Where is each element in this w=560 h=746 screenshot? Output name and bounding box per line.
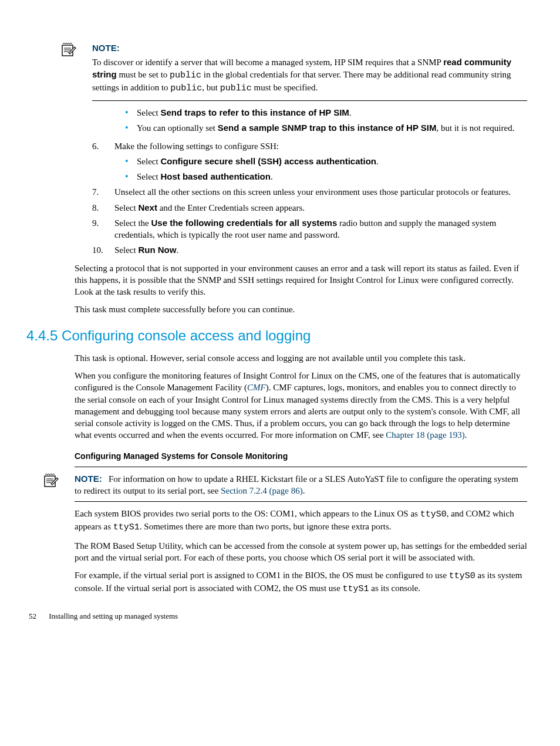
step-item: 10. Select Run Now. (75, 244, 527, 256)
list-item: Select Host based authentication. (114, 171, 527, 183)
code-text: ttyS1 (343, 584, 369, 594)
code-text: public (170, 70, 201, 80)
link-text[interactable]: CMF (247, 383, 266, 392)
step-item: 8. Select Next and the Enter Credentials… (75, 202, 527, 214)
list-item: You can optionally set Send a sample SNM… (114, 122, 527, 134)
bold-text: Use the following credentials for all sy… (151, 218, 337, 228)
note-body: To discover or identify a server that wi… (92, 56, 527, 94)
text: You can optionally set (137, 123, 218, 133)
chapter-name: Installing and setting up managed system… (49, 611, 178, 622)
code-text: ttyS0 (449, 571, 475, 581)
text: must be specified. (252, 83, 318, 92)
text: , but it is not required. (437, 123, 515, 133)
text: . (271, 172, 273, 181)
bold-text: Next (138, 202, 157, 212)
text: and the Enter Credentials screen appears… (157, 203, 305, 212)
bullet-list: Select Send traps to refer to this insta… (114, 107, 527, 134)
step-number: 9. (92, 217, 99, 229)
text: . (349, 108, 352, 117)
bold-text: Host based authentication (160, 171, 271, 181)
list-item: Select Send traps to refer to this insta… (114, 107, 527, 119)
divider (75, 467, 527, 467)
text: Each system BIOS provides two serial por… (75, 509, 420, 518)
body-paragraph: For example, if the virtual serial port … (75, 569, 527, 596)
code-text: public (170, 83, 202, 93)
body-paragraph: This task must complete successfully bef… (75, 303, 527, 315)
note-box: NOTE: To discover or identify a server t… (92, 42, 527, 94)
step-item: 7. Unselect all the other sections on th… (75, 186, 527, 198)
page-number: 52 (29, 611, 36, 622)
body-paragraph: The ROM Based Setup Utility, which can b… (75, 540, 527, 564)
step-number: 8. (92, 202, 99, 214)
bold-text: Run Now (138, 245, 176, 255)
note-icon (60, 42, 77, 60)
text: Select (114, 245, 138, 255)
text: must be set to (117, 70, 170, 79)
body-paragraph: When you configure the monitoring featur… (75, 370, 527, 441)
bullet-list: Select Configure secure shell (SSH) acce… (114, 156, 527, 183)
step-list: 6. Make the following settings to config… (75, 140, 527, 256)
bold-text: Send a sample SNMP trap to this instance… (218, 123, 437, 133)
note-label: NOTE: (75, 474, 102, 484)
code-text: public (220, 83, 252, 93)
body-paragraph: Selecting a protocol that is not support… (75, 262, 527, 298)
text: Select (137, 108, 160, 117)
body-paragraph: This task is optional. However, serial c… (75, 352, 527, 364)
link-text[interactable]: Chapter 18 (page 193) (386, 430, 465, 440)
code-text: ttyS1 (113, 522, 140, 532)
step-text: Unselect all the other sections on this … (114, 187, 511, 197)
section-heading: 4.4.5 Configuring console access and log… (26, 326, 527, 345)
text: To discover or identify a server that wi… (92, 58, 443, 67)
step-item: 6. Make the following settings to config… (75, 140, 527, 183)
note-icon (43, 473, 59, 491)
sub-heading: Configuring Managed Systems for Console … (75, 451, 527, 462)
text: . (176, 245, 178, 255)
step-number: 7. (92, 186, 99, 198)
step-number: 10. (92, 244, 103, 256)
bold-text: Send traps to refer to this instance of … (160, 107, 349, 117)
list-item: Select Configure secure shell (SSH) acce… (114, 156, 527, 167)
text: Select (137, 157, 160, 166)
step-item: 9. Select the Use the following credenti… (75, 217, 527, 241)
text: . (376, 157, 379, 166)
text: as its console. (369, 583, 421, 593)
step-number: 6. (92, 140, 99, 152)
text: Select (137, 172, 160, 181)
text: For example, if the virtual serial port … (75, 571, 449, 580)
divider (75, 501, 527, 502)
bold-text: Configure secure shell (SSH) access auth… (160, 156, 376, 166)
note-box: NOTE: For information on how to update a… (75, 473, 527, 497)
page-footer: 52 Installing and setting up managed sys… (26, 611, 527, 622)
text: . Sometimes there are more than two port… (140, 522, 392, 531)
divider (92, 100, 527, 101)
body-paragraph: Each system BIOS provides two serial por… (75, 508, 527, 534)
text: , but (202, 83, 220, 92)
text: Select the (114, 218, 151, 228)
text: . (465, 430, 467, 440)
link-text[interactable]: Section 7.2.4 (page 86) (221, 486, 303, 495)
step-text: Make the following settings to configure… (114, 141, 279, 151)
note-label: NOTE: (92, 43, 120, 53)
code-text: ttyS0 (420, 509, 447, 519)
text: . (303, 486, 305, 495)
text: Select (114, 203, 138, 212)
